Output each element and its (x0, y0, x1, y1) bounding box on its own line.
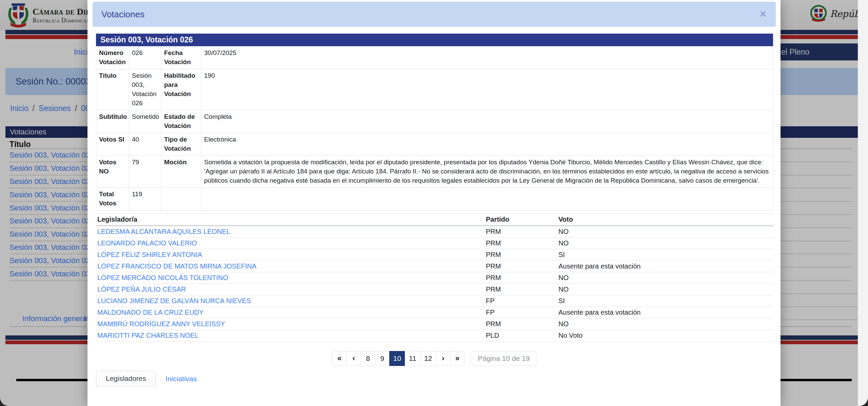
legislator-party: PRM (485, 249, 557, 260)
browser-window: Cámara de Diputados República Dominicana… (0, 0, 868, 406)
detail-label: Estado de Votación (161, 110, 201, 133)
legislator-vote: SI (557, 295, 773, 307)
vote-detail-header: Sesión 003, Votación 026 (96, 34, 773, 46)
legislator-party: PRM (485, 272, 557, 283)
detail-value: Completa (201, 110, 773, 133)
pagination-page-12[interactable]: 12 (420, 351, 436, 366)
screen: Cámara de Diputados República Dominicana… (0, 0, 868, 406)
detail-value: 40 (129, 133, 161, 155)
legislator-link[interactable]: MALDONADO DE LA CRUZ EUDY (97, 309, 203, 316)
legislator-vote: NO (557, 226, 773, 238)
legislator-link[interactable]: MARIOTTI PAZ CHARLES NOEL (97, 332, 199, 339)
legislator-party: PLD (485, 330, 557, 341)
legislator-link[interactable]: LÓPEZ FRANCISCO DE MATOS MIRNA JOSEFINA (97, 262, 256, 270)
column-header-voto: Voto (557, 213, 773, 226)
column-header-partido: Partido (485, 213, 557, 226)
pagination-last-button[interactable]: » (450, 351, 465, 366)
legislator-row: MALDONADO DE LA CRUZ EUDY FP Ausente par… (96, 307, 773, 318)
detail-label: Subtitulo (96, 110, 129, 133)
legislator-link[interactable]: MAMBRÚ RODRÍGUEZ ANNY VELEISSY (97, 320, 225, 328)
detail-label: Total Votos (96, 187, 129, 210)
pagination-prev-button[interactable]: ‹ (347, 351, 361, 366)
legislator-party: PRM (485, 260, 557, 272)
detail-value: 119 (129, 187, 161, 210)
detail-label (161, 187, 201, 210)
detail-value: 026 (129, 47, 161, 69)
close-icon[interactable]: ✕ (759, 10, 767, 19)
legislator-row: LEONARDO PALACIO VALERIO PRM NO (96, 237, 773, 249)
detail-label: Habilitado para Votación (161, 69, 201, 110)
votaciones-modal: Votaciones ✕ Sesión 003, Votación 026 Nú… (87, 0, 781, 406)
pagination-first-button[interactable]: « (332, 351, 347, 366)
legislator-vote: No Voto (557, 330, 773, 341)
legislator-vote: NO (557, 283, 773, 295)
detail-value: 190 (201, 69, 773, 110)
legislator-row: MARIOTTI PAZ CHARLES NOEL PLD No Voto (96, 330, 773, 341)
detail-label: Número Votación (96, 47, 129, 69)
pagination-page-9[interactable]: 9 (375, 351, 390, 366)
legislator-link[interactable]: LÓPEZ FÉLIZ SHIRLEY ANTONIA (97, 251, 202, 258)
detail-value: 30/07/2025 (201, 47, 773, 69)
detail-label: Votos NO (96, 155, 129, 187)
legislator-vote: SI (557, 249, 773, 260)
modal-header: Votaciones ✕ (93, 2, 776, 27)
vote-detail-row: Subtitulo Sometido Estado de Votación Co… (96, 110, 773, 133)
legislators-table: Legislador/a Partido Voto LEDESMA ALCÁNT… (96, 213, 773, 342)
legislator-vote: NO (557, 318, 773, 330)
pagination-page-11[interactable]: 11 (405, 351, 420, 366)
pagination-page-8[interactable]: 8 (361, 351, 375, 366)
vote-detail-row: Votos NO 79 Moción Sometida a votación l… (96, 155, 773, 187)
detail-label: Tipo de Votación (161, 133, 201, 155)
legislator-row: LÓPEZ FRANCISCO DE MATOS MIRNA JOSEFINA … (96, 260, 773, 272)
vote-detail-table: Número Votación 026 Fecha Votación 30/07… (96, 46, 773, 210)
legislator-row: MAMBRÚ RODRÍGUEZ ANNY VELEISSY PRM NO (96, 318, 773, 330)
column-header-legislador: Legislador/a (96, 213, 485, 226)
tab-legisladores[interactable]: Legisladores (96, 371, 156, 386)
legislator-vote: Ausente para esta votación (557, 260, 773, 272)
legislator-party: PRM (485, 318, 557, 330)
legislator-row: LÓPEZ MERCADO NICOLÁS TOLENTINO PRM NO (96, 272, 773, 283)
scrollbar-gutter (858, 0, 868, 406)
legislator-row: LÓPEZ FÉLIZ SHIRLEY ANTONIA PRM SI (96, 249, 773, 260)
detail-value: Electrónica (201, 133, 773, 155)
legislator-party: PRM (485, 283, 557, 295)
pagination-next-button[interactable]: › (436, 351, 450, 366)
legislator-link[interactable]: LEDESMA ALCÁNTARA AQUILES LEONEL (97, 228, 230, 235)
pagination-items: «‹89101112›» (332, 351, 465, 366)
legislator-vote: Ausente para esta votación (557, 307, 773, 318)
legislators-header-row: Legislador/a Partido Voto (96, 213, 773, 226)
legislator-row: LEDESMA ALCÁNTARA AQUILES LEONEL PRM NO (96, 226, 773, 238)
legislator-party: FP (485, 307, 557, 318)
modal-title: Votaciones (101, 9, 144, 20)
pagination-page-10[interactable]: 10 (389, 351, 405, 366)
legislator-vote: NO (557, 237, 773, 249)
legislator-link[interactable]: LÓPEZ MERCADO NICOLÁS TOLENTINO (97, 274, 228, 281)
detail-label: Votos SI (96, 133, 129, 155)
pagination: «‹89101112›» Página 10 de 19 (96, 351, 773, 366)
legislator-link[interactable]: LEONARDO PALACIO VALERIO (97, 239, 197, 247)
vote-detail-row: Total Votos 119 (96, 187, 773, 210)
detail-label: Moción (161, 155, 201, 187)
legislator-row: LÓPEZ PEÑA JULIO CÉSAR PRM NO (96, 283, 773, 295)
detail-value (201, 187, 773, 210)
legislator-row: LUCIANO JIMÉNEZ DE GALVÁN NURCA NIEVES F… (96, 295, 773, 307)
vote-detail-row: Título Sesión 003, Votación 026 Habilita… (96, 69, 773, 110)
detail-label: Fecha Votación (161, 47, 201, 69)
tab-iniciativas[interactable]: Iniciativas (156, 371, 206, 386)
detail-value: 79 (129, 155, 161, 187)
legislator-vote: NO (557, 272, 773, 283)
pagination-status: Página 10 de 19 (471, 351, 537, 366)
vote-detail-row: Votos SI 40 Tipo de Votación Electrónica (96, 133, 773, 155)
legislator-party: PRM (485, 237, 557, 249)
detail-value: Sesión 003, Votación 026 (129, 69, 161, 110)
detail-value: Sometida a votación la propuesta de modi… (201, 155, 773, 187)
detail-value: Sometido (129, 110, 161, 133)
detail-label: Título (96, 69, 129, 110)
legislator-link[interactable]: LUCIANO JIMÉNEZ DE GALVÁN NURCA NIEVES (97, 297, 251, 304)
vote-detail-row: Número Votación 026 Fecha Votación 30/07… (96, 47, 773, 69)
legislator-link[interactable]: LÓPEZ PEÑA JULIO CÉSAR (97, 285, 186, 293)
legislator-party: PRM (485, 226, 557, 238)
modal-tabs: LegisladoresIniciativas (96, 371, 773, 386)
legislator-party: FP (485, 295, 557, 307)
